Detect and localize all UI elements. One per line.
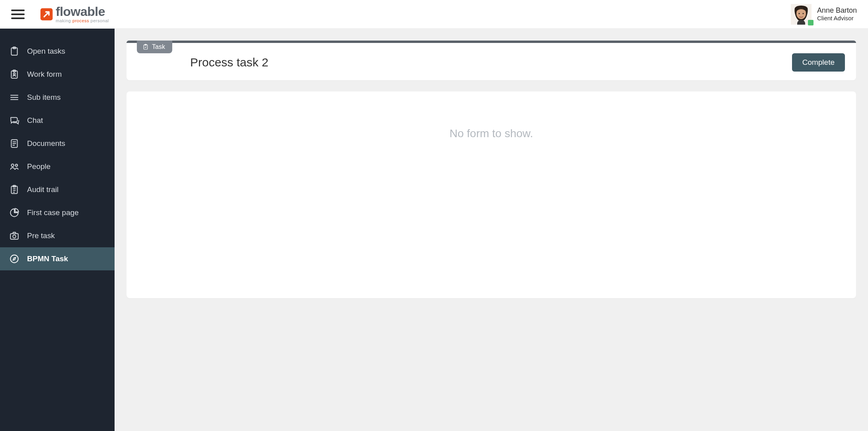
avatar [791,4,812,25]
sidebar-item-sub-items[interactable]: Sub items [0,86,115,109]
badge-icon [9,69,20,80]
user-menu[interactable]: Anne Barton Client Advisor [791,4,857,25]
task-form-card: No form to show. [127,91,856,298]
sidebar-item-pre-task[interactable]: Pre task [0,224,115,247]
task-type-tag: Task [137,41,172,53]
task-header-card: Task Process task 2 Complete [127,41,856,80]
sidebar-item-label: Work form [27,70,62,79]
clipboard-icon [9,46,20,57]
svg-point-9 [14,73,16,75]
task-check-icon [142,44,149,50]
svg-point-26 [10,255,18,263]
sidebar: Open tasks Work form Sub items Chat Docu [0,29,115,431]
main-content: Task Process task 2 Complete No form to … [115,29,868,431]
sidebar-item-label: Sub items [27,93,60,102]
sidebar-item-chat[interactable]: Chat [0,109,115,132]
people-icon [9,161,20,172]
document-icon [9,138,20,149]
presence-indicator-icon [808,20,814,25]
sidebar-item-label: Audit trail [27,185,58,194]
compass-icon [9,253,20,264]
sidebar-item-label: BPMN Task [27,254,68,263]
sidebar-item-audit-trail[interactable]: Audit trail [0,178,115,201]
sidebar-item-people[interactable]: People [0,155,115,178]
sidebar-item-bpmn-task[interactable]: BPMN Task [0,247,115,270]
sidebar-item-label: Open tasks [27,47,65,56]
user-role: Client Advisor [817,15,857,22]
logo[interactable]: flowable making process personal [40,5,109,23]
svg-point-25 [13,235,16,238]
sidebar-item-label: Chat [27,116,43,125]
sidebar-item-documents[interactable]: Documents [0,132,115,155]
sidebar-item-label: Documents [27,139,65,148]
logo-tagline: making process personal [56,19,109,23]
svg-point-4 [802,13,804,14]
logo-mark-icon [40,8,53,21]
sidebar-item-label: First case page [27,208,79,217]
camera-icon [9,230,20,241]
checklist-icon [9,184,20,195]
svg-rect-24 [10,234,18,239]
task-tag-label: Task [152,43,165,50]
sidebar-item-first-case-page[interactable]: First case page [0,201,115,224]
pie-icon [9,207,20,218]
logo-brand-text: flowable [56,5,109,18]
complete-button[interactable]: Complete [792,53,845,72]
user-name: Anne Barton [817,6,857,15]
hamburger-menu-button[interactable] [11,8,25,21]
list-icon [9,92,20,103]
sidebar-item-open-tasks[interactable]: Open tasks [0,40,115,63]
empty-form-message: No form to show. [138,127,844,140]
topbar: flowable making process personal Anne Ba… [0,0,868,29]
svg-point-3 [798,13,800,14]
svg-point-17 [11,164,14,167]
sidebar-item-label: People [27,162,51,171]
sidebar-item-work-form[interactable]: Work form [0,63,115,86]
chat-icon [9,115,20,126]
svg-point-18 [16,164,18,166]
sidebar-item-label: Pre task [27,231,55,240]
task-title: Process task 2 [190,56,269,69]
